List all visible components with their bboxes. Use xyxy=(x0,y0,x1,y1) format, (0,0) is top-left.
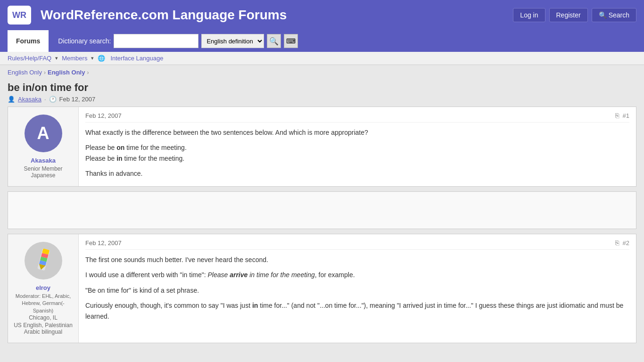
members-link[interactable]: Members xyxy=(62,55,87,62)
thread-meta: 👤 Akasaka · 🕐 Feb 12, 2007 xyxy=(8,96,636,103)
user-meta-icon: 👤 xyxy=(8,96,15,103)
logo-area: WR WordReference.com Language Forums xyxy=(8,6,287,25)
post-2: elroy Moderator: EHL, Arabic, Hebrew, Ge… xyxy=(8,234,636,343)
post-1-role: Senior Member xyxy=(24,165,62,172)
post-2-number: #2 xyxy=(623,239,629,247)
page-title-area: be in/on time for 👤 Akasaka · 🕐 Feb 12, … xyxy=(0,80,644,107)
post-1-actions: ⎘ #1 xyxy=(615,112,629,119)
post-2-share-icon[interactable]: ⎘ xyxy=(615,239,619,247)
advertisement xyxy=(8,191,636,229)
main-content: A Akasaka Senior Member Japanese Feb 12,… xyxy=(0,107,644,357)
register-button[interactable]: Register xyxy=(549,8,588,22)
forums-tab[interactable]: Forums xyxy=(8,30,49,52)
login-button[interactable]: Log in xyxy=(513,8,545,22)
site-header: WR WordReference.com Language Forums Log… xyxy=(0,0,644,30)
post-1-text: What exactly is the difference between t… xyxy=(85,127,629,179)
thread-date: Feb 12, 2007 xyxy=(59,96,96,103)
post-1: A Akasaka Senior Member Japanese Feb 12,… xyxy=(8,107,636,187)
post-2-avatar xyxy=(25,242,62,280)
post-2-text: The first one sounds much better. I've n… xyxy=(85,255,629,321)
post-1-date: Feb 12, 2007 xyxy=(85,112,122,119)
post-1-share-icon[interactable]: ⎘ xyxy=(615,112,619,119)
post-1-number: #1 xyxy=(623,112,629,119)
post-1-username[interactable]: Akasaka xyxy=(31,157,56,164)
breadcrumb-separator-2: › xyxy=(87,69,89,76)
dictionary-language-select[interactable]: English definition Spanish French Italia… xyxy=(201,34,264,48)
breadcrumb-link-1[interactable]: English Only xyxy=(8,69,42,76)
post-1-location: Japanese xyxy=(31,172,55,179)
dictionary-search-area: Dictionary search: English definition Sp… xyxy=(58,30,298,52)
interface-language-link[interactable]: Interface Language xyxy=(110,55,163,62)
search-button[interactable]: 🔍 Search xyxy=(592,8,636,22)
post-1-header: Feb 12, 2007 ⎘ #1 xyxy=(85,112,629,123)
post-2-username[interactable]: elroy xyxy=(36,284,50,291)
clock-icon: 🕐 xyxy=(49,96,57,103)
post-2-date: Feb 12, 2007 xyxy=(85,239,122,247)
post-2-language: US English, Palestinian Arabic bilingual xyxy=(14,322,73,335)
page-title: be in/on time for xyxy=(8,82,636,94)
magnifier-icon: 🔍 xyxy=(269,37,279,46)
keyboard-icon: ⌨ xyxy=(286,37,296,45)
members-dropdown-icon[interactable]: ▾ xyxy=(91,55,94,61)
post-2-sidebar: elroy Moderator: EHL, Arabic, Hebrew, Ge… xyxy=(8,234,79,343)
dictionary-search-input[interactable] xyxy=(114,34,198,48)
search-icon: 🔍 xyxy=(599,11,607,19)
site-logo[interactable]: WR xyxy=(8,6,31,25)
rules-dropdown-icon[interactable]: ▾ xyxy=(55,55,58,61)
breadcrumb-link-2[interactable]: English Only xyxy=(48,69,85,76)
rules-link[interactable]: Rules/Help/FAQ xyxy=(8,55,51,62)
breadcrumb: English Only › English Only › xyxy=(0,65,644,80)
globe-icon: 🌐 xyxy=(98,55,105,62)
site-title: WordReference.com Language Forums xyxy=(41,8,287,23)
breadcrumb-separator-1: › xyxy=(44,69,46,76)
post-2-header: Feb 12, 2007 ⎘ #2 xyxy=(85,239,629,250)
dict-search-label: Dictionary search: xyxy=(58,37,111,45)
thread-author-link[interactable]: Akasaka xyxy=(18,96,41,103)
navbar: Forums Dictionary search: English defini… xyxy=(0,30,644,52)
post-1-body: Feb 12, 2007 ⎘ #1 What exactly is the di… xyxy=(79,107,636,186)
post-2-body: Feb 12, 2007 ⎘ #2 The first one sounds m… xyxy=(79,234,636,343)
subnav: Rules/Help/FAQ ▾ Members ▾ 🌐 Interface L… xyxy=(0,52,644,65)
post-2-actions: ⎘ #2 xyxy=(615,239,629,247)
post-1-avatar: A xyxy=(25,115,62,152)
post-2-location: Chicago, IL xyxy=(29,314,58,321)
post-2-role: Moderator: EHL, Arabic, Hebrew, German(-… xyxy=(14,293,73,314)
post-1-sidebar: A Akasaka Senior Member Japanese xyxy=(8,107,79,186)
keyboard-button[interactable]: ⌨ xyxy=(284,34,298,48)
dictionary-search-button[interactable]: 🔍 xyxy=(267,34,281,48)
header-right: Log in Register 🔍 Search xyxy=(513,8,636,22)
